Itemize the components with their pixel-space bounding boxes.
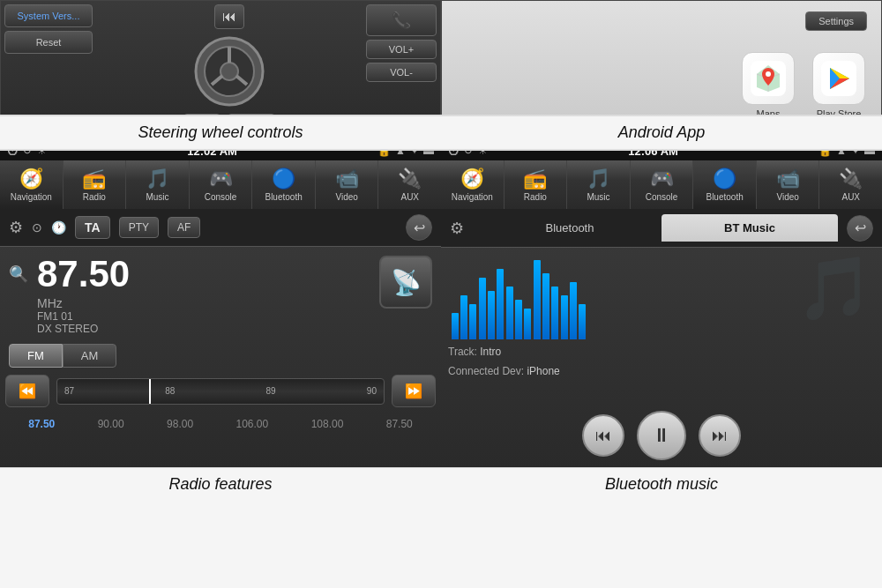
bt-undo-icon: ↺ [464, 145, 473, 157]
bt-video-icon: 📹 [776, 167, 800, 190]
bt-radio-icon: 📻 [523, 167, 547, 190]
bt-status-bar: ⏻ ↺ ☀ 12:06 AM 🔒 ▲ ✦ ▬ [441, 141, 882, 160]
radio-frequency-area: 🔍 87.50 MHz FM1 01 DX STEREO 📡 [0, 247, 441, 344]
bt-prev-button[interactable]: ⏮ [582, 414, 624, 457]
nav-navigation[interactable]: 🧭 Navigation [0, 160, 64, 209]
bt-nav-video[interactable]: 📹 Video [757, 160, 820, 209]
seek-track[interactable]: 87 88 89 90 [56, 378, 385, 405]
nav-radio[interactable]: 📻 Radio [64, 160, 127, 209]
bt-bt-icon: ✦ [851, 145, 860, 157]
nav-video[interactable]: 📹 Video [316, 160, 379, 209]
radio-clock-icon: 🕐 [51, 220, 66, 234]
freq-dx: DX STEREO [37, 323, 130, 335]
preset-6[interactable]: 87.50 [386, 418, 413, 430]
bt-nav-radio[interactable]: 📻 Radio [505, 160, 568, 209]
bt-console-icon: 🎮 [650, 167, 674, 190]
bt-music-tab[interactable]: BT Music [662, 214, 838, 242]
nav-aux[interactable]: 🔌 AUX [378, 160, 441, 209]
nav-radio-label: Radio [83, 192, 106, 202]
nav-music[interactable]: 🎵 Music [126, 160, 190, 209]
phone-button[interactable]: 📞 [366, 4, 437, 36]
navigation-icon: 🧭 [19, 167, 43, 190]
maps-label: Maps [757, 108, 781, 119]
bt-lock-icon: 🔒 [818, 145, 832, 157]
svg-point-7 [766, 71, 771, 77]
bt-nav-bluetooth[interactable]: 🔵 Bluetooth [693, 160, 757, 209]
console-icon: 🎮 [209, 167, 233, 190]
bt-nav-music[interactable]: 🎵 Music [567, 160, 631, 209]
settings-button[interactable]: Settings [805, 11, 867, 31]
wifi-icon: ▲ [395, 145, 406, 157]
radio-controls-bar: ⚙ ⊙ 🕐 TA PTY AF ↩ [0, 209, 441, 247]
bluetooth-tab[interactable]: Bluetooth [482, 214, 658, 242]
preset-4[interactable]: 106.00 [236, 418, 269, 430]
steering-wheel-panel: System Vers... Reset ⏮ HI-Z LOW-Z [0, 0, 441, 141]
bt-back-button[interactable]: ↩ [847, 215, 873, 242]
bt-track-info: Track: Intro Connected Dev: iPhone [448, 343, 589, 381]
seek-back-button[interactable]: ⏪ [5, 375, 49, 407]
eq-bar-11 [542, 273, 549, 339]
playstore-app[interactable]: Play Store [812, 52, 865, 119]
bt-next-button[interactable]: ⏭ [699, 414, 741, 457]
pty-button[interactable]: PTY [119, 217, 159, 238]
reset-button[interactable]: Reset [4, 31, 93, 54]
playstore-label: Play Store [817, 108, 862, 119]
preset-1[interactable]: 87.50 [28, 418, 55, 430]
marker-89: 89 [266, 386, 276, 396]
power-icon: ⏻ [7, 145, 18, 157]
eq-bar-15 [579, 304, 586, 339]
vol-up-button[interactable]: VOL+ [366, 40, 437, 59]
toggle-switch[interactable]: ✓ ✕ [108, 140, 168, 141]
hi-z-button[interactable]: HI-Z [183, 114, 220, 132]
nav-bluetooth[interactable]: 🔵 Bluetooth [252, 160, 316, 209]
aux-icon: 🔌 [398, 167, 422, 190]
freq-markers: 87 88 89 90 [57, 386, 384, 396]
back-button[interactable]: ↩ [406, 214, 432, 241]
bt-nav-aux[interactable]: 🔌 AUX [819, 160, 882, 209]
bt-nav-music-label: Music [587, 192, 609, 202]
preset-5[interactable]: 108.00 [311, 418, 344, 430]
maps-app[interactable]: Maps [742, 52, 795, 119]
marker-87: 87 [64, 386, 74, 396]
bt-nav-console[interactable]: 🎮 Console [631, 160, 694, 209]
android-app-panel: Settings Maps [441, 0, 882, 141]
middle-captions: Radio features Bluetooth music [0, 467, 882, 588]
am-button[interactable]: AM [63, 344, 117, 368]
bt-nav-navigation[interactable]: 🧭 Navigation [441, 160, 505, 209]
bt-battery-icon: ▬ [864, 145, 875, 157]
vol-down-button[interactable]: VOL- [366, 63, 437, 82]
radio-icon: 📻 [82, 167, 106, 190]
fm-button[interactable]: FM [9, 344, 63, 368]
system-vers-button[interactable]: System Vers... [4, 4, 93, 27]
seek-bar-area: ⏪ 87 88 89 90 ⏩ [0, 368, 441, 414]
device-label: Connected Dev: [448, 365, 524, 377]
nav-navigation-label: Navigation [11, 192, 52, 202]
eq-bar-13 [561, 295, 568, 339]
bt-aux-icon: 🔌 [839, 167, 863, 190]
nav-console-label: Console [205, 192, 237, 202]
nav-music-label: Music [146, 192, 168, 202]
ta-button[interactable]: TA [75, 216, 110, 239]
track-label: Track: [448, 346, 477, 358]
frequency-display: 87.50 [37, 256, 130, 293]
nav-bluetooth-label: Bluetooth [265, 192, 302, 202]
marker-88: 88 [165, 386, 175, 396]
bt-nav-aux-label: AUX [841, 192, 860, 202]
eq-bar-8 [515, 300, 522, 339]
seek-indicator [149, 379, 151, 404]
nav-console[interactable]: 🎮 Console [190, 160, 253, 209]
preset-3[interactable]: 98.00 [167, 418, 193, 430]
bluetooth-icon: 🔵 [272, 167, 295, 190]
bt-settings-icon: ⚙ [450, 219, 464, 238]
af-button[interactable]: AF [168, 217, 200, 238]
preset-2[interactable]: 90.00 [98, 418, 124, 430]
equalizer-display [448, 255, 589, 343]
eq-bar-10 [534, 260, 541, 339]
bt-content-panel: ⚙ Bluetooth BT Music ↩ [441, 209, 882, 467]
low-z-button[interactable]: LOW-Z [228, 114, 275, 132]
antenna-icon: 📡 [379, 256, 432, 309]
bt-play-pause-button[interactable]: ⏸ [637, 411, 686, 460]
bt-top-bar: ⚙ Bluetooth BT Music ↩ [441, 209, 882, 248]
seek-forward-button[interactable]: ⏩ [392, 375, 436, 407]
prev-button[interactable]: ⏮ [214, 4, 244, 29]
